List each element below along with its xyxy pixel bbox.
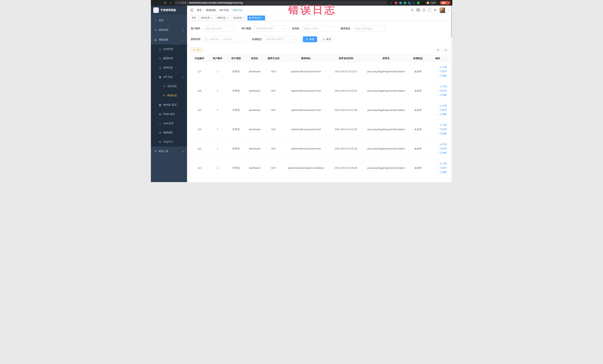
sidebar-item-access-log[interactable]: ✎ 访问日志: [151, 82, 187, 91]
close-icon[interactable]: ×: [211, 17, 212, 19]
column-header[interactable]: 处理状态: [409, 57, 427, 60]
column-header[interactable]: 异常名: [364, 57, 409, 60]
sidebar-item-home[interactable]: ⌂ 首页: [151, 16, 187, 25]
column-header[interactable]: 用户编号: [208, 57, 227, 60]
back-icon[interactable]: ←: [153, 1, 156, 4]
sidebar-item-error-log[interactable]: ✎ 错误日志: [151, 91, 187, 100]
sidebar-item-label: 配置管理: [163, 57, 173, 60]
kebab-menu-icon[interactable]: ⋮: [447, 1, 449, 4]
address-bar[interactable]: ⚠ 不安全 dashboard.yudao.iocoder.cn/infra/l…: [174, 1, 388, 5]
hamburger-icon[interactable]: [190, 9, 194, 12]
close-icon[interactable]: ×: [227, 17, 228, 19]
sidebar-item-infrastructure[interactable]: ▤ 基础设施 ▴: [151, 35, 187, 45]
toggle-search-button[interactable]: [436, 47, 441, 53]
action-ignored[interactable]: ✓ 已忽略: [438, 113, 447, 116]
action-detail[interactable]: 详细: [440, 104, 447, 107]
browser-home-icon[interactable]: ⌂: [169, 1, 173, 4]
action-detail[interactable]: 详细: [440, 143, 447, 146]
reload-icon[interactable]: ↻: [163, 1, 167, 4]
tab-label: 调度日志: [217, 16, 226, 20]
logo[interactable]: 芋道管理系统: [151, 6, 187, 15]
tab-label: 定时任务: [201, 16, 210, 20]
extension-icon-leaf[interactable]: [417, 1, 420, 4]
action-processed[interactable]: ✓ 已处理: [438, 70, 447, 73]
action-ignored[interactable]: ✓ 已忽略: [438, 132, 447, 135]
browser-update-button[interactable]: 更新 ⋮: [440, 1, 451, 5]
action-processed[interactable]: ✓ 已处理: [438, 89, 447, 92]
cell-method: GET: [264, 89, 283, 92]
breadcrumb-item[interactable]: 错误日志 /: [233, 9, 243, 12]
column-header[interactable]: 请求地址: [283, 57, 328, 60]
user-type-select[interactable]: 请选择用户类型 ▾: [254, 26, 286, 32]
github-icon[interactable]: [417, 9, 420, 12]
tab[interactable]: 访问日志 ×: [231, 16, 246, 20]
scrollbar-thumb[interactable]: [451, 6, 452, 37]
exception-time-range-picker[interactable]: 开始日期 - 结束日期: [203, 36, 246, 42]
action-ignored[interactable]: ✓ 已忽略: [438, 94, 447, 97]
sidebar-item-gear[interactable]: ⚙ 系统管理 ▾: [151, 25, 187, 35]
tab[interactable]: 调度日志 ×: [215, 16, 230, 20]
extension-icon-blue[interactable]: [399, 1, 402, 4]
forward-icon[interactable]: →: [158, 1, 162, 4]
bookmark-star-icon[interactable]: ☆: [389, 1, 393, 4]
sidebar-item-tools[interactable]: ⚒ 研发工具 ▾: [151, 146, 187, 156]
request-url-input[interactable]: [353, 26, 385, 32]
sidebar-item-timer[interactable]: ◷ 定时任务: [151, 63, 187, 72]
avatar-caret-icon[interactable]: ▾: [448, 9, 449, 11]
extension-icon-red[interactable]: [395, 1, 397, 4]
column-header[interactable]: 异常发生时间: [328, 57, 364, 60]
paused-extension-pill[interactable]: 已暂停: [426, 1, 438, 5]
action-ignored[interactable]: ✓ 已忽略: [438, 151, 447, 154]
window-scrollbar[interactable]: [451, 6, 452, 182]
help-icon[interactable]: ?: [422, 9, 425, 12]
extension-icon-paw[interactable]: [421, 1, 424, 4]
fullscreen-icon[interactable]: [428, 9, 431, 12]
column-header[interactable]: 应用名: [245, 57, 264, 60]
sidebar-item-trace[interactable]: ◎ 链路追踪: [151, 128, 187, 137]
process-status-select[interactable]: 请选择处理状态 ▾: [264, 36, 297, 42]
action-processed[interactable]: ✓ 已处理: [438, 128, 447, 131]
sidebar-item-config[interactable]: ✎ 配置管理: [151, 54, 187, 63]
breadcrumb-item[interactable]: API 日志 /: [220, 9, 233, 12]
app-name-input[interactable]: [302, 26, 334, 32]
action-detail[interactable]: 详细: [440, 66, 447, 69]
export-button[interactable]: 导出: [191, 47, 203, 52]
action-ignored[interactable]: ✓ 已忽略: [438, 74, 447, 77]
sidebar-item-api-log[interactable]: ▣ API 日志 ▴: [151, 72, 187, 82]
check-icon: ✓: [438, 94, 439, 96]
column-header[interactable]: 请求方法名: [264, 57, 283, 60]
close-icon[interactable]: ×: [262, 17, 263, 19]
column-header[interactable]: 日志编号: [191, 57, 208, 60]
user-id-input[interactable]: [203, 26, 235, 32]
sidebar-item-file[interactable]: ▢ 文件管理: [151, 45, 187, 54]
tab[interactable]: 定时任务 ×: [199, 16, 214, 20]
font-size-icon[interactable]: T T: [434, 9, 437, 12]
action-processed[interactable]: ✓ 已处理: [438, 147, 447, 150]
close-icon[interactable]: ×: [243, 17, 244, 19]
sidebar-item-mysql[interactable]: ▦ MySQL 监控: [151, 100, 187, 109]
column-header[interactable]: 用户类型: [227, 57, 245, 60]
action-ignored[interactable]: ✓ 已忽略: [438, 171, 447, 174]
tab[interactable]: 错误日志 ×: [247, 16, 265, 20]
action-detail[interactable]: 详细: [440, 85, 447, 88]
sidebar-item-java[interactable]: ♨ Java 监控: [151, 119, 187, 128]
extension-icon-on-badge[interactable]: on: [412, 1, 415, 4]
sidebar-item-log-center[interactable]: ≣ 日志中心: [151, 137, 187, 146]
action-detail[interactable]: 详细: [440, 162, 447, 165]
sidebar-item-label: 日志中心: [163, 140, 173, 143]
action-processed[interactable]: ✓ 已处理: [438, 108, 447, 112]
breadcrumb-item[interactable]: 首页 /: [197, 9, 206, 12]
extensions-grid-icon[interactable]: [408, 1, 411, 4]
column-header[interactable]: 操作: [427, 57, 449, 60]
breadcrumb-item[interactable]: 基础设施 /: [206, 9, 220, 12]
action-detail[interactable]: 详细: [440, 124, 447, 127]
extension-icon-green[interactable]: [404, 1, 406, 4]
search-button[interactable]: 搜索: [303, 36, 317, 42]
tab[interactable]: 首页 ×: [190, 16, 198, 20]
reset-button[interactable]: 重置: [320, 36, 334, 42]
search-icon[interactable]: [411, 9, 414, 12]
sidebar-item-redis[interactable]: ▥ Redis 监控: [151, 109, 187, 119]
user-avatar[interactable]: [440, 7, 445, 13]
action-processed[interactable]: ✓ 已处理: [438, 166, 447, 169]
refresh-button[interactable]: [443, 47, 449, 53]
